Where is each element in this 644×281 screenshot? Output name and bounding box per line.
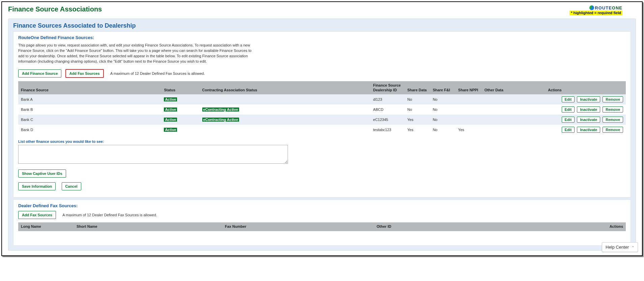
cell-dealership-id: eC12345 [371,115,405,125]
help-center-label: Help Center [606,245,629,250]
col-share-fi: Share F&I [430,81,455,95]
col-actions-2: Actions [599,222,626,231]
col-other-id: Other ID [374,222,599,231]
routeone-sources-block: RouteOne Defined Finance Sources: This p… [13,31,631,197]
cell-contracting-status [200,94,371,104]
logo-icon [589,5,594,10]
cell-finance-source: Bank A [18,94,161,104]
status-badge: Active [164,97,177,101]
section2-title: Dealer Defined Fax Sources: [18,203,626,208]
table-row: Bank A Active dl123 No No Edit Inactivat… [18,94,626,104]
col-status: Status [161,81,199,95]
cell-share-fi: No [430,104,455,115]
cell-finance-source: Bank D [18,125,161,135]
cell-finance-source: Bank C [18,115,161,125]
col-contracting-status: Contracting Association Status [200,81,371,95]
status-badge: Active [164,118,177,122]
inactivate-button[interactable]: Inactivate [577,106,600,113]
remove-button[interactable]: Remove [603,127,623,133]
contracting-badge: eContracting Active [202,118,239,122]
add-fax-sources-button-2[interactable]: Add Fax Sources [18,211,56,219]
show-captive-ids-button[interactable]: Show Captive User IDs [18,169,66,178]
cell-share-fi: No [430,115,455,125]
panel-title: Finance Sources Associated to Dealership [13,22,631,29]
cell-other-data [482,125,546,135]
fax-limit-note: A maximum of 12 Dealer Defined Fax Sourc… [110,71,205,75]
col-other-data: Other Data [482,81,546,95]
routeone-logo: ROUTEONE [589,5,622,10]
status-badge: Active [164,128,177,132]
table-row: Bank C Active eContracting Active eC1234… [18,115,626,125]
cell-finance-source: Bank B [18,104,161,115]
page-title: Finance Source Associations [8,5,102,13]
cell-dealership-id: testabc123 [371,125,405,135]
col-actions: Actions [545,81,626,95]
table-row: Bank B Active eContracting Active ABCD N… [18,104,626,115]
col-long-name: Long Name [18,222,74,231]
cell-actions: Edit Inactivate Remove [545,94,626,104]
edit-button[interactable]: Edit [562,96,575,102]
col-dealership-id: Finance Source Dealership ID [371,81,405,95]
dealer-fax-sources-block: Dealer Defined Fax Sources: Add Fax Sour… [13,199,631,246]
edit-button[interactable]: Edit [562,106,575,113]
main-panel: Finance Sources Associated to Dealership… [8,19,636,251]
cell-actions: Edit Inactivate Remove [545,104,626,115]
status-badge: Active [164,107,177,112]
col-share-data: Share Data [405,81,430,95]
chevron-up-icon: ⌃ [632,246,634,249]
col-fax-number: Fax Number [222,222,374,231]
list-other-label: List other finance sources you would lik… [18,139,626,144]
fax-limit-note-2: A maximum of 12 Dealer Defined Fax Sourc… [62,213,157,217]
cell-contracting-status: eContracting Active [200,104,371,115]
fax-sources-table: Long Name Short Name Fax Number Other ID… [18,222,626,241]
save-information-button[interactable]: Save Information [18,182,56,190]
required-field-note: * highlighted = required field [569,10,622,15]
table-row: Bank D Active testabc123 Yes No Yes Edit… [18,125,626,135]
col-short-name: Short Name [74,222,222,231]
cell-share-fi: No [430,125,455,135]
section1-description: This page allows you to view, request as… [18,43,254,64]
col-finance-source: Finance Source [18,81,161,95]
remove-button[interactable]: Remove [603,96,623,102]
section1-title: RouteOne Defined Finance Sources: [18,35,626,40]
cell-other-data [482,104,546,115]
cell-dealership-id: dl123 [371,94,405,104]
edit-button[interactable]: Edit [562,117,575,123]
cell-status: Active [161,94,199,104]
cell-contracting-status [200,125,371,135]
cell-share-fi: No [430,94,455,104]
finance-sources-table: Finance Source Status Contracting Associ… [18,81,626,135]
cell-share-nppi [456,94,482,104]
remove-button[interactable]: Remove [603,106,623,113]
inactivate-button[interactable]: Inactivate [577,96,600,102]
cell-contracting-status: eContracting Active [200,115,371,125]
cell-share-data: Yes [405,115,430,125]
cell-share-nppi [456,104,482,115]
list-other-textarea[interactable] [18,145,288,164]
inactivate-button[interactable]: Inactivate [577,117,600,123]
cancel-button[interactable]: Cancel [62,182,81,190]
cell-share-nppi [456,115,482,125]
add-fax-sources-button[interactable]: Add Fax Sources [65,69,104,78]
col-share-nppi: Share NPPI [456,81,482,95]
cell-other-data [482,94,546,104]
cell-actions: Edit Inactivate Remove [545,125,626,135]
help-center-button[interactable]: Help Center ⌃ [602,242,638,252]
remove-button[interactable]: Remove [603,117,623,123]
cell-status: Active [161,125,199,135]
cell-share-data: Yes [405,125,430,135]
cell-share-nppi: Yes [456,125,482,135]
cell-share-data: No [405,94,430,104]
cell-actions: Edit Inactivate Remove [545,115,626,125]
cell-share-data: No [405,104,430,115]
contracting-badge: eContracting Active [202,107,239,112]
cell-dealership-id: ABCD [371,104,405,115]
cell-other-data [482,115,546,125]
edit-button[interactable]: Edit [562,127,575,133]
cell-status: Active [161,104,199,115]
inactivate-button[interactable]: Inactivate [577,127,600,133]
add-finance-source-button[interactable]: Add Finance Source [18,69,61,77]
cell-status: Active [161,115,199,125]
